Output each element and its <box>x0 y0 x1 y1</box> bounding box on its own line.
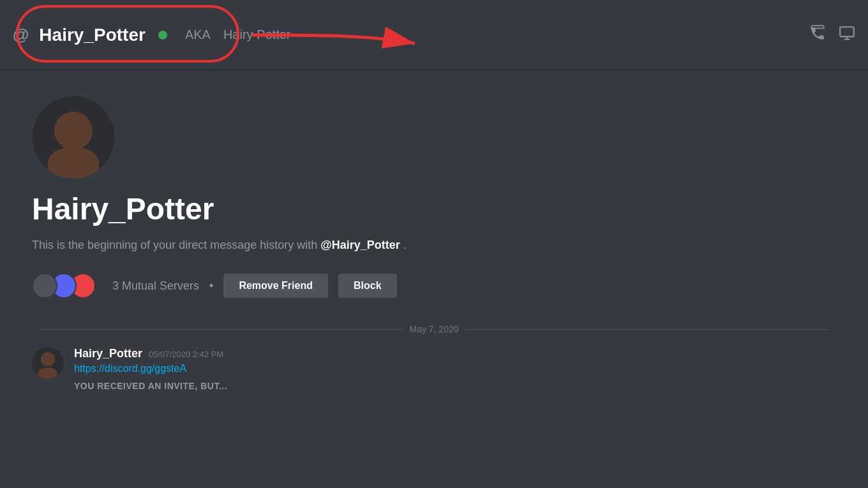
mutual-server-avatars <box>32 273 96 299</box>
avatar-image <box>32 96 115 179</box>
message-author: Hairy_Potter <box>74 347 142 360</box>
invite-notice: YOU RECEIVED AN INVITE, BUT... <box>74 381 836 391</box>
block-button[interactable]: Block <box>338 274 397 298</box>
channel-header: @ Hairy_Potter AKA Hairy Potter <box>0 0 868 70</box>
date-separator: May 7, 2020 <box>32 324 836 334</box>
call-icon[interactable] <box>809 25 826 45</box>
at-icon: @ <box>13 25 29 45</box>
profile-avatar <box>32 96 115 179</box>
main-content: Hairy_Potter This is the beginning of yo… <box>0 70 868 488</box>
header-username: Hairy_Potter <box>39 25 146 45</box>
dm-history-text: This is the beginning of your direct mes… <box>32 237 836 254</box>
header-icons <box>809 25 855 45</box>
mutual-avatar-1 <box>32 273 57 299</box>
header-display-name: Hairy Potter <box>223 27 291 42</box>
online-status-dot <box>158 31 167 40</box>
mutual-servers-text[interactable]: 3 Mutual Servers <box>112 279 199 293</box>
date-separator-text: May 7, 2020 <box>409 324 458 334</box>
message-header: Hairy_Potter 05/07/2020 2:42 PM <box>74 347 836 360</box>
svg-rect-0 <box>840 27 854 36</box>
screen-share-icon[interactable] <box>839 25 855 45</box>
dot-separator: • <box>209 279 213 293</box>
mutual-servers-row: 3 Mutual Servers • Remove Friend Block <box>32 273 836 299</box>
header-aka-label: AKA <box>185 27 211 42</box>
message-container: Hairy_Potter 05/07/2020 2:42 PM https://… <box>32 347 836 391</box>
message-content: Hairy_Potter 05/07/2020 2:42 PM https://… <box>74 347 836 391</box>
remove-friend-button[interactable]: Remove Friend <box>223 274 328 298</box>
profile-username: Hairy_Potter <box>32 191 836 226</box>
mention: @Hairy_Potter <box>320 239 400 251</box>
message-link[interactable]: https://discord.gg/ggsteA <box>74 363 186 374</box>
message-timestamp: 05/07/2020 2:42 PM <box>149 350 223 359</box>
message-avatar <box>32 347 64 379</box>
